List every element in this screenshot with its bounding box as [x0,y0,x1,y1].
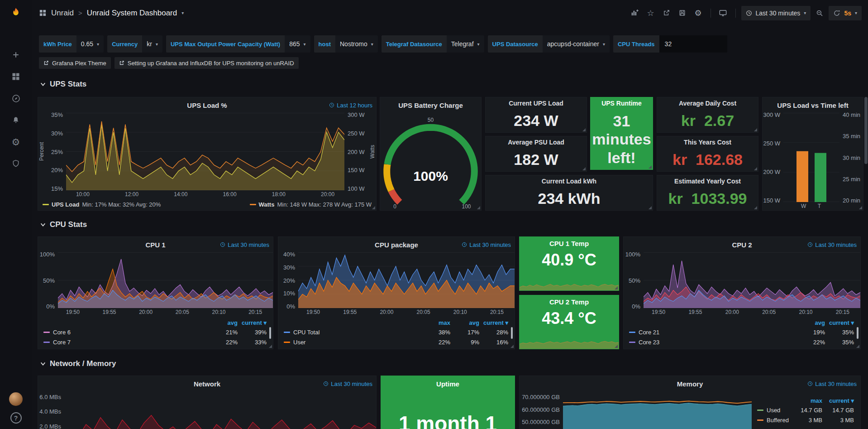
panel-title[interactable]: UPS Battery Charge [398,101,463,109]
battery-gauge[interactable]: 050100 [380,113,481,210]
divider [735,9,736,18]
y-axis-ticks: 100%50%0% [38,252,58,308]
panel-time-override[interactable]: Last 30 minutes [323,376,372,391]
scrollbar-thumb[interactable] [864,97,868,164]
variable-label: host [314,35,335,53]
variable-value-dropdown[interactable]: apcupsd-container▾ [543,35,610,53]
panel-title[interactable]: Current Load kWh [542,178,596,185]
variable-ups-max-output: UPS Max Output Power Capacity (Watt) 865… [166,35,310,53]
user-avatar[interactable] [9,392,23,406]
chart-legend[interactable]: UPS LoadMin: 17% Max: 32% Avg: 20%WattsM… [38,198,376,210]
panel-cpu-2: CPU 2 Last 30 minutes 100%50%0% 19:5019:… [623,236,861,349]
panel-average-psu-load: Average PSU Load 182 W [485,136,587,172]
external-link-icon [43,60,49,66]
refresh-picker[interactable]: 5s ▾ [829,6,862,20]
variable-value-dropdown[interactable]: 0.65▾ [76,35,104,53]
row-header-network-memory[interactable]: Network / Memory [40,359,116,368]
sidebar-item-explore[interactable] [0,87,32,109]
stat-value: kr 2.67 [657,109,758,132]
time-range-label: Last 30 minutes [756,10,801,17]
panel-time-override[interactable]: Last 12 hours [329,97,372,113]
chevron-down-icon: ▾ [477,42,480,47]
variable-value-dropdown[interactable]: 865▾ [285,35,310,53]
panel-title[interactable]: Estimated Yearly Cost [674,178,741,185]
variable-value: apcupsd-container [547,40,599,48]
panel-title[interactable]: Average Daily Cost [679,100,736,107]
save-icon [678,9,686,17]
panel-title[interactable]: Memory [677,380,703,388]
sidebar-item-configuration[interactable]: ⚙ [0,131,32,153]
dashboard-link-grafana-plex-theme[interactable]: Grafana Plex Theme [39,57,111,69]
memory-chart[interactable] [563,391,752,429]
share-dashboard-button[interactable] [660,6,673,20]
ups-load-chart[interactable] [66,113,344,190]
legend-scrollbar[interactable] [269,327,271,339]
panel-title[interactable]: CPU 1 [145,241,165,249]
create-button[interactable] [0,44,32,66]
panel-title[interactable]: Uptime [436,380,459,388]
panel-title[interactable]: UPS Runtime [601,100,642,107]
star-dashboard-button[interactable]: ☆ [644,6,658,20]
add-panel-button[interactable] [628,6,642,20]
time-range-picker[interactable]: Last 30 minutes ▾ [741,6,811,20]
panel-title[interactable]: Average PSU Load [508,139,564,146]
variable-value: 0.65 [81,40,93,48]
row-header-ups-stats[interactable]: UPS Stats [40,80,86,89]
chevron-down-icon: ▾ [804,10,806,15]
dashboard-link-ups-monitoring-guide[interactable]: Setting up Grafana and InfluxDB for UPS … [114,57,299,69]
stat-value: 234 W [486,109,587,132]
cpu-package-chart[interactable] [298,252,515,308]
variable-value-dropdown[interactable]: Nostromo▾ [335,35,378,53]
sidebar-item-dashboards[interactable] [0,66,32,87]
template-variables-row: kWh Price 0.65▾ Currency kr▾ UPS Max Out… [39,35,727,53]
save-dashboard-button[interactable] [676,6,689,20]
help-button[interactable]: ? [10,412,22,424]
legend-table[interactable]: avgcurrent ▾Core 621%39%Core 722%33% [38,316,273,349]
page-scrollbar[interactable] [864,0,868,429]
network-chart[interactable] [64,391,376,429]
y-axis-label-right: Watts [369,113,376,190]
variable-value-dropdown[interactable]: kr▾ [142,35,162,53]
panel-title[interactable]: Current UPS Load [509,100,563,107]
row-header-cpu-stats[interactable]: CPU Stats [40,220,87,229]
panel-time-override[interactable]: Last 30 minutes [807,237,857,252]
cpu1-chart[interactable] [58,252,273,308]
panel-cpu-1: CPU 1 Last 30 minutes 100%50%0% 19:5019:… [38,236,273,349]
breadcrumb-folder[interactable]: Unraid [51,9,74,18]
add-panel-icon [630,9,639,17]
panel-time-override[interactable]: Last 30 minutes [462,237,511,252]
sidebar-item-alerting[interactable] [0,109,32,131]
variable-value-dropdown[interactable]: Telegraf▾ [447,35,484,53]
clock-icon [220,242,225,247]
panel-title[interactable]: Network [194,380,220,388]
zoom-out-time-button[interactable] [813,6,826,20]
panel-time-override[interactable]: Last 30 minutes [220,237,269,252]
variable-value: 865 [289,40,300,48]
variable-kwh-price: kWh Price 0.65▾ [39,35,104,53]
cpu2-chart[interactable] [644,252,860,308]
legend-table[interactable]: maxcurrent ▾Used14.7 GB14.7 GBBuffered3 … [752,391,860,429]
dashboard-settings-button[interactable]: ⚙ [692,6,705,20]
variable-telegraf-datasource: Telegraf Datasource Telegraf▾ [382,35,484,53]
panel-title[interactable]: UPS Load % [187,101,227,109]
sidebar-item-server-admin[interactable] [0,153,32,174]
panel-title[interactable]: UPS Load vs Time left [777,101,848,109]
legend-scrollbar[interactable] [857,327,858,339]
dashboard-title[interactable]: Unraid System Dashboard [87,9,177,18]
panel-title[interactable]: This Years Cost [684,139,731,146]
panel-title[interactable]: CPU 2 [732,241,752,249]
panel-ups-load-percent: UPS Load % Last 12 hours Percent 35%30%2… [38,97,377,211]
chevron-down-icon[interactable]: ▾ [181,10,184,15]
ups-vs-time-bars[interactable] [783,113,839,202]
legend-table[interactable]: avgcurrent ▾Core 2119%35%Core 2322%35% [624,316,860,349]
cycle-view-mode-button[interactable] [716,6,730,20]
panel-current-ups-load: Current UPS Load 234 W [485,97,587,133]
grafana-logo-icon[interactable] [0,0,32,26]
panel-title[interactable]: CPU 1 Temp [549,240,589,247]
legend-table[interactable]: maxavgcurrent ▾CPU Total38%17%28%User22%… [278,316,515,349]
cpu-threads-input[interactable]: 32 [659,35,727,53]
legend-scrollbar[interactable] [511,327,513,339]
panel-title[interactable]: CPU package [375,241,418,249]
panel-title[interactable]: CPU 2 Temp [549,298,589,306]
panel-time-override[interactable]: Last 30 minutes [807,376,857,391]
